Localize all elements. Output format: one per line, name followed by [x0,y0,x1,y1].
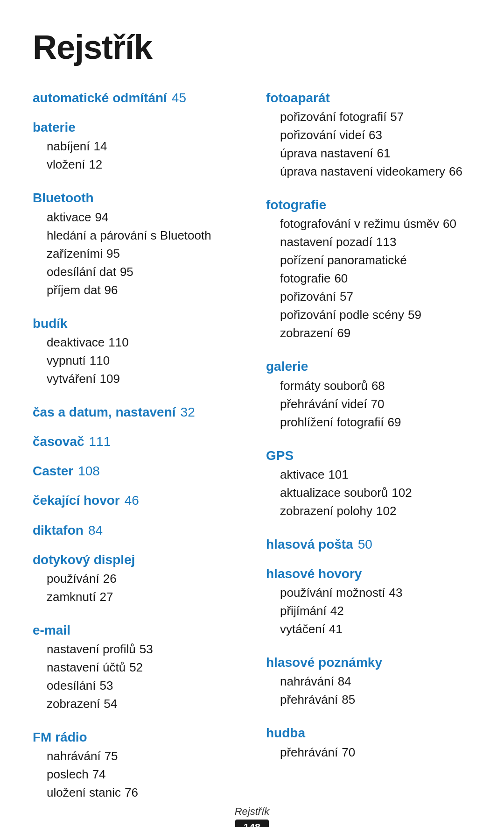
sub-items-list: přehrávání70 [266,743,471,762]
entry-heading: Bluetooth [33,189,238,207]
index-entry: FM rádionahrávání75poslech74uložení stan… [33,728,238,812]
sub-items-list: aktivace94hledání a párování s Bluetooth… [33,208,238,299]
sub-item: zobrazení polohy102 [266,502,471,520]
sub-items-list: fotografování v režimu úsměv60nastavení … [266,215,471,342]
entry-heading: čas a datum, nastavení32 [33,403,238,421]
page-footer: Rejstřík 148 [0,806,504,827]
sub-items-list: používání možností43přijímání42vytáčení4… [266,584,471,638]
entry-heading: galerie [266,357,471,375]
sub-item: zobrazení54 [33,695,238,713]
sub-item: odesílání dat95 [33,263,238,281]
sub-item: hledání a párování s Bluetooth zařízením… [33,226,238,263]
sub-items-list: nahrávání84přehrávání85 [266,672,471,709]
sub-item: prohlížení fotografií69 [266,413,471,431]
index-entry: hlasová pošta50 [266,535,471,560]
index-entry: budíkdeaktivace110vypnutí110vytváření109 [33,314,238,398]
index-entry: GPSaktivace101aktualizace souborů102zobr… [266,446,471,530]
index-columns: automatické odmítání45baterienabíjení14v… [33,89,471,817]
sub-item: nastavení pozadí113 [266,233,471,251]
entry-heading: dotykový displej [33,551,238,569]
sub-items-list: nahrávání75poslech74uložení stanic76 [33,747,238,802]
index-entry: čas a datum, nastavení32 [33,403,238,428]
sub-item: pořízení panoramatické fotografie60 [266,251,471,288]
sub-items-list: nabíjení14vložení12 [33,137,238,174]
sub-items-list: pořizování fotografií57pořizování videí6… [266,108,471,181]
sub-item: přehrávání70 [266,743,471,762]
sub-item: pořizování fotografií57 [266,108,471,126]
left-column: automatické odmítání45baterienabíjení14v… [33,89,238,817]
entry-heading: fotografie [266,196,471,214]
index-entry: dotykový displejpoužívání26zamknutí27 [33,551,238,616]
sub-item: uložení stanic76 [33,784,238,802]
sub-item: vytváření109 [33,370,238,388]
sub-item: formáty souborů68 [266,377,471,395]
sub-item: zamknutí27 [33,588,238,606]
sub-item: odesílání53 [33,677,238,695]
entry-heading: Caster108 [33,462,238,480]
index-entry: hlasové poznámkynahrávání84přehrávání85 [266,653,471,719]
sub-item: používání možností43 [266,584,471,602]
sub-item: pořizování57 [266,288,471,306]
sub-items-list: nastavení profilů53nastavení účtů52odesí… [33,640,238,713]
sub-item: poslech74 [33,765,238,784]
entry-heading: čekající hovor46 [33,491,238,509]
sub-item: vložení12 [33,156,238,174]
index-entry: e-mailnastavení profilů53nastavení účtů5… [33,621,238,723]
index-entry: fotografiefotografování v režimu úsměv60… [266,196,471,353]
sub-item: používání26 [33,570,238,588]
index-entry: baterienabíjení14vložení12 [33,118,238,184]
footer-label: Rejstřík [0,806,504,818]
sub-item: aktivace101 [266,466,471,484]
sub-item: nahrávání84 [266,672,471,691]
entry-heading: hlasová pošta50 [266,535,471,553]
entry-heading: FM rádio [33,728,238,746]
sub-items-list: formáty souborů68přehrávání videí70prohl… [266,377,471,431]
sub-items-list: používání26zamknutí27 [33,570,238,606]
index-entry: automatické odmítání45 [33,89,238,113]
entry-heading: hlasové hovory [266,565,471,583]
sub-item: nastavení profilů53 [33,640,238,658]
sub-item: úprava nastavení videokamery66 [266,163,471,181]
entry-heading: fotoaparát [266,89,471,107]
index-entry: Bluetoothaktivace94hledání a párování s … [33,189,238,309]
entry-heading: GPS [266,446,471,465]
sub-item: úprava nastavení61 [266,144,471,163]
page-title: Rejstřík [33,28,471,66]
index-entry: fotoaparátpořizování fotografií57pořizov… [266,89,471,191]
sub-item: nahrávání75 [33,747,238,765]
sub-item: příjem dat96 [33,281,238,299]
sub-item: přehrávání videí70 [266,395,471,413]
index-entry: diktafon84 [33,521,238,546]
sub-item: zobrazení69 [266,324,471,342]
index-entry: časovač111 [33,432,238,457]
index-entry: hudbapřehrávání70 [266,724,471,771]
sub-item: aktualizace souborů102 [266,484,471,502]
right-column: fotoaparátpořizování fotografií57pořizov… [266,89,471,777]
sub-item: aktivace94 [33,208,238,226]
sub-item: přijímání42 [266,602,471,620]
entry-heading: baterie [33,118,238,136]
sub-item: pořizování podle scény59 [266,306,471,324]
sub-item: nastavení účtů52 [33,658,238,677]
index-entry: Caster108 [33,462,238,487]
sub-items-list: aktivace101aktualizace souborů102zobraze… [266,466,471,520]
sub-items-list: deaktivace110vypnutí110vytváření109 [33,333,238,388]
sub-item: vytáčení41 [266,620,471,638]
entry-heading: časovač111 [33,432,238,451]
entry-heading: diktafon84 [33,521,238,539]
entry-heading: budík [33,314,238,332]
sub-item: nabíjení14 [33,137,238,156]
entry-heading: hlasové poznámky [266,653,471,671]
entry-heading: automatické odmítání45 [33,89,238,107]
footer-page-number: 148 [235,820,269,827]
sub-item: fotografování v režimu úsměv60 [266,215,471,233]
entry-heading: e-mail [33,621,238,639]
sub-item: pořizování videí63 [266,126,471,144]
sub-item: přehrávání85 [266,691,471,709]
index-entry: galerieformáty souborů68přehrávání videí… [266,357,471,441]
sub-item: vypnutí110 [33,352,238,370]
index-entry: čekající hovor46 [33,491,238,516]
entry-heading: hudba [266,724,471,742]
index-entry: hlasové hovorypoužívání možností43přijím… [266,565,471,649]
sub-item: deaktivace110 [33,333,238,352]
